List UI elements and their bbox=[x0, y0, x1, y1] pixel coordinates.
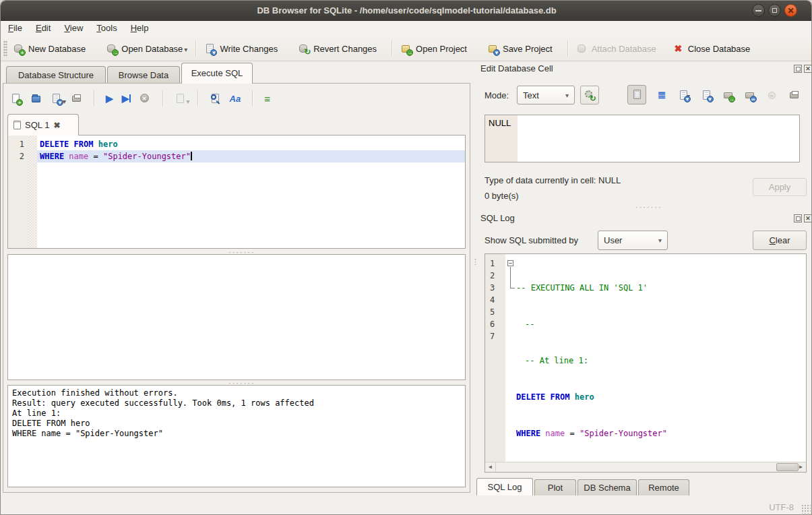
print-icon[interactable] bbox=[71, 93, 82, 104]
toolbar-separator bbox=[197, 90, 198, 107]
open-sql-file-icon[interactable] bbox=[30, 93, 42, 104]
minimize-button[interactable] bbox=[752, 4, 765, 17]
execute-all-icon[interactable]: ▶ bbox=[106, 93, 113, 104]
minimize-icon bbox=[755, 10, 761, 11]
log-filter-label: Show SQL submitted by bbox=[485, 235, 578, 245]
log-line-numbers: 1 2 3 4 5 6 7 bbox=[485, 254, 505, 472]
sql-log-view[interactable]: 1 2 3 4 5 6 7 − -- EXECUTING ALL IN 'SQL… bbox=[485, 253, 807, 473]
set-null-icon: − bbox=[766, 89, 778, 101]
import-cell-icon[interactable]: ▼▾ bbox=[676, 89, 692, 101]
sql-tab-close-icon[interactable]: ✖ bbox=[53, 121, 60, 130]
close-database-icon: ✖ bbox=[673, 43, 684, 55]
tab-database-structure[interactable]: Database Structure bbox=[6, 66, 106, 84]
fold-line-corner bbox=[510, 288, 515, 289]
toggle-indent-icon[interactable]: ≡ bbox=[264, 93, 270, 104]
fold-line bbox=[510, 267, 511, 288]
log-horizontal-scrollbar[interactable]: ◀ ▶ bbox=[485, 462, 806, 472]
find-icon[interactable] bbox=[210, 93, 221, 104]
sql-document-icon bbox=[13, 121, 21, 129]
dock-close-icon[interactable]: ✕ bbox=[804, 214, 812, 222]
open-in-app-icon[interactable]: ∞ bbox=[743, 89, 755, 101]
auto-apply-button[interactable]: ↻ bbox=[580, 86, 599, 104]
new-sql-tab-icon[interactable]: + bbox=[10, 93, 22, 104]
editor-content[interactable]: DELETE FROM hero WHERE name = "Spider-Yo… bbox=[37, 135, 465, 248]
export-cell-icon[interactable]: ▼ bbox=[700, 89, 712, 101]
close-database-button[interactable]: ✖ Close Database bbox=[667, 40, 756, 57]
log-content[interactable]: -- EXECUTING ALL IN 'SQL 1' -- -- At lin… bbox=[516, 254, 806, 472]
window-title: DB Browser for SQLite - /home/user/code/… bbox=[1, 1, 812, 21]
mode-value: Text bbox=[523, 90, 539, 100]
gear-icon: ↻ bbox=[584, 90, 596, 101]
new-database-icon: + bbox=[13, 43, 24, 55]
dock-float-icon[interactable] bbox=[794, 214, 802, 222]
print-cell-icon[interactable] bbox=[788, 89, 800, 101]
save-project-icon: ▼ bbox=[487, 43, 499, 55]
toolbar-separator bbox=[195, 40, 196, 57]
stop-icon: ✕ bbox=[139, 93, 151, 104]
titlebar[interactable]: DB Browser for SQLite - /home/user/code/… bbox=[1, 1, 812, 21]
log-line: -- EXECUTING ALL IN 'SQL 1' bbox=[516, 282, 806, 294]
text-cursor bbox=[191, 152, 192, 160]
toolbar-separator bbox=[162, 90, 163, 107]
scroll-right-icon[interactable]: ▶ bbox=[795, 462, 806, 472]
format-sql-icon[interactable]: Aa bbox=[230, 94, 241, 104]
maximize-icon bbox=[772, 8, 777, 13]
fold-collapse-icon[interactable]: − bbox=[507, 260, 513, 266]
editor-line[interactable]: DELETE FROM hero bbox=[37, 138, 465, 150]
text-mode-button[interactable] bbox=[627, 85, 646, 104]
write-changes-icon: ▼ bbox=[204, 43, 216, 55]
menu-tools[interactable]: Tools bbox=[90, 21, 123, 36]
editor-line-current[interactable]: WHERE name = "Spider-Youngster" bbox=[37, 150, 465, 162]
word-wrap-icon[interactable]: ≣ bbox=[656, 89, 668, 101]
tab-execute-sql[interactable]: Execute SQL bbox=[181, 63, 253, 84]
open-database-dropdown-icon[interactable]: ▾ bbox=[184, 46, 187, 55]
log-filter-value: User bbox=[604, 235, 622, 245]
log-filter-select[interactable]: User ▾ bbox=[598, 231, 668, 250]
open-project-button[interactable]: → Open Project bbox=[395, 40, 472, 57]
tab-plot[interactable]: Plot bbox=[534, 479, 576, 495]
sql-editor[interactable]: 1 2 DELETE FROM hero WHERE name = "Spide… bbox=[7, 135, 466, 249]
sql-editor-toolbar: + ▼▾ ▶ ▶ ✕ ▾ Aa ≡ bbox=[10, 90, 270, 107]
execute-line-icon[interactable]: ▶ bbox=[122, 93, 131, 104]
revert-changes-button[interactable]: ↻ Revert Changes bbox=[292, 40, 382, 57]
maximize-button[interactable] bbox=[768, 4, 781, 17]
results-grid[interactable] bbox=[7, 254, 466, 380]
scroll-left-icon[interactable]: ◀ bbox=[485, 462, 496, 472]
sql-file-tab[interactable]: SQL 1 ✖ bbox=[7, 114, 79, 135]
execution-message-area[interactable]: Execution finished without errors. Resul… bbox=[7, 385, 466, 487]
cell-value-editor[interactable]: NULL bbox=[485, 115, 800, 162]
editor-line-numbers: 1 2 bbox=[8, 135, 28, 248]
tab-remote[interactable]: Remote bbox=[638, 479, 689, 495]
close-button[interactable]: ✕ bbox=[784, 4, 797, 17]
clear-log-button[interactable]: Clear bbox=[753, 231, 807, 250]
dock-float-icon[interactable] bbox=[794, 65, 802, 73]
log-fold-margin[interactable]: − bbox=[505, 254, 516, 472]
menu-view[interactable]: View bbox=[57, 21, 90, 36]
log-line: DELETE FROM hero bbox=[516, 391, 806, 403]
menu-help[interactable]: Help bbox=[124, 21, 156, 36]
splitter-handle[interactable]: ······· bbox=[635, 205, 662, 209]
menu-file[interactable]: File bbox=[1, 21, 29, 36]
main-toolbar: + New Database → Open Database ▾ ▼ Write… bbox=[1, 36, 812, 61]
cell-size-info: 0 byte(s) bbox=[485, 191, 519, 201]
write-changes-button[interactable]: ▼ Write Changes bbox=[199, 40, 283, 57]
resize-grip[interactable] bbox=[801, 504, 811, 514]
tab-db-schema[interactable]: DB Schema bbox=[577, 479, 637, 495]
menu-edit[interactable]: Edit bbox=[29, 21, 57, 36]
save-as-icon[interactable]: → bbox=[722, 89, 734, 101]
chevron-down-icon: ▾ bbox=[658, 237, 662, 244]
save-sql-file-icon[interactable]: ▼▾ bbox=[51, 93, 62, 104]
panel-splitter-handle[interactable]: ⋮ bbox=[472, 260, 477, 263]
dock-close-icon[interactable]: ✕ bbox=[804, 65, 812, 73]
encoding-indicator[interactable]: UTF-8 bbox=[769, 502, 794, 512]
tab-browse-data[interactable]: Browse Data bbox=[107, 66, 180, 84]
cell-type-info: Type of data currently in cell: NULL bbox=[485, 175, 621, 185]
open-project-icon: → bbox=[400, 43, 412, 55]
tab-sql-log[interactable]: SQL Log bbox=[476, 478, 533, 495]
new-database-button[interactable]: + New Database bbox=[7, 40, 91, 57]
mode-select[interactable]: Text ▾ bbox=[517, 86, 575, 104]
apply-button: Apply bbox=[753, 178, 807, 196]
open-database-button[interactable]: → Open Database ▾ bbox=[100, 40, 193, 57]
save-project-button[interactable]: ▼ Save Project bbox=[482, 40, 558, 57]
close-window-icon: ✕ bbox=[787, 6, 794, 16]
